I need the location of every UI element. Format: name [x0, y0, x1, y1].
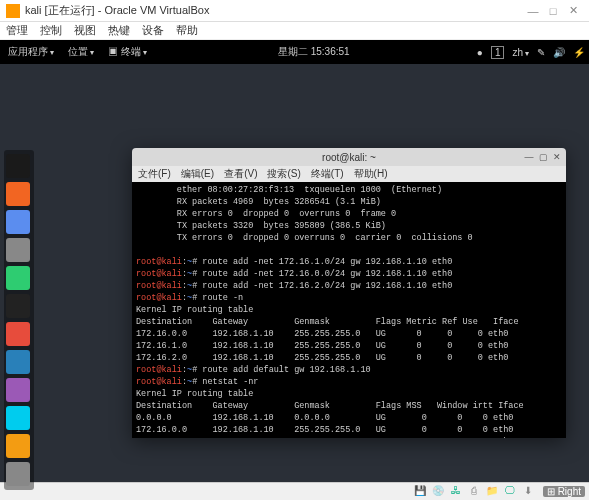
clock[interactable]: 星期二 15:36:51: [151, 45, 477, 59]
dock-item-5[interactable]: [6, 294, 30, 318]
terminal-menubar: 文件(F) 编辑(E) 查看(V) 搜索(S) 终端(T) 帮助(H): [132, 166, 566, 182]
virtualbox-icon: [6, 4, 20, 18]
vb-menu-control[interactable]: 控制: [40, 23, 62, 38]
minimize-button[interactable]: —: [523, 5, 543, 17]
guest-desktop: 应用程序 位置 ▣ 终端 星期二 15:36:51 ● 1 zh ✎ 🔊 ⚡ r…: [0, 40, 589, 482]
virtualbox-titlebar: kali [正在运行] - Oracle VM VirtualBox — □ ✕: [0, 0, 589, 22]
dock-item-11[interactable]: [6, 462, 30, 486]
status-shared-icon[interactable]: 📁: [485, 485, 499, 499]
status-usb-icon[interactable]: ⎙: [467, 485, 481, 499]
vb-menu-view[interactable]: 视图: [74, 23, 96, 38]
term-close-button[interactable]: ✕: [552, 152, 562, 162]
close-button[interactable]: ✕: [563, 4, 583, 17]
vb-menu-devices[interactable]: 设备: [142, 23, 164, 38]
maximize-button[interactable]: □: [543, 5, 563, 17]
term-maximize-button[interactable]: ▢: [538, 152, 548, 162]
sound-icon[interactable]: 🔊: [553, 47, 565, 58]
record-icon[interactable]: ●: [477, 47, 483, 58]
dock-item-6[interactable]: [6, 322, 30, 346]
term-menu-terminal[interactable]: 终端(T): [311, 167, 344, 181]
status-optical-icon[interactable]: 💿: [431, 485, 445, 499]
virtualbox-menubar: 管理 控制 视图 热键 设备 帮助: [0, 22, 589, 40]
dock-item-2[interactable]: [6, 210, 30, 234]
host-key-label: Right: [558, 486, 581, 497]
host-key-indicator[interactable]: ⊞ Right: [543, 486, 585, 497]
input-method[interactable]: zh: [512, 47, 529, 58]
term-menu-file[interactable]: 文件(F): [138, 167, 171, 181]
dock-item-1[interactable]: [6, 182, 30, 206]
terminal-title: root@kali: ~: [322, 152, 376, 163]
dock-item-9[interactable]: [6, 406, 30, 430]
vb-menu-hotkeys[interactable]: 热键: [108, 23, 130, 38]
terminal-titlebar[interactable]: root@kali: ~ — ▢ ✕: [132, 148, 566, 166]
workspace-badge[interactable]: 1: [491, 46, 505, 59]
term-menu-view[interactable]: 查看(V): [224, 167, 257, 181]
dock-item-4[interactable]: [6, 266, 30, 290]
places-menu[interactable]: 位置: [64, 44, 98, 60]
term-minimize-button[interactable]: —: [524, 152, 534, 162]
term-menu-help[interactable]: 帮助(H): [354, 167, 388, 181]
dock: [4, 150, 34, 490]
guest-top-panel: 应用程序 位置 ▣ 终端 星期二 15:36:51 ● 1 zh ✎ 🔊 ⚡: [0, 40, 589, 64]
dock-item-8[interactable]: [6, 378, 30, 402]
battery-icon[interactable]: ⚡: [573, 47, 585, 58]
terminal-window: root@kali: ~ — ▢ ✕ 文件(F) 编辑(E) 查看(V) 搜索(…: [132, 148, 566, 438]
dock-item-0[interactable]: [6, 154, 30, 178]
virtualbox-statusbar: 💾 💿 🖧 ⎙ 📁 🖵 ⬇ ⊞ Right: [0, 482, 589, 500]
status-network-icon[interactable]: 🖧: [449, 485, 463, 499]
vb-menu-manage[interactable]: 管理: [6, 23, 28, 38]
terminal-launcher[interactable]: ▣ 终端: [104, 44, 151, 60]
status-capture-icon[interactable]: ⬇: [521, 485, 535, 499]
status-disk-icon[interactable]: 💾: [413, 485, 427, 499]
terminal-output[interactable]: ether 08:00:27:28:f3:13 txqueuelen 1000 …: [132, 182, 566, 438]
terminal-launcher-label: 终端: [121, 46, 141, 57]
status-display-icon[interactable]: 🖵: [503, 485, 517, 499]
term-menu-edit[interactable]: 编辑(E): [181, 167, 214, 181]
applications-menu[interactable]: 应用程序: [4, 44, 58, 60]
window-title: kali [正在运行] - Oracle VM VirtualBox: [25, 3, 523, 18]
dock-item-7[interactable]: [6, 350, 30, 374]
dock-item-3[interactable]: [6, 238, 30, 262]
term-menu-search[interactable]: 搜索(S): [267, 167, 300, 181]
dock-item-10[interactable]: [6, 434, 30, 458]
vb-menu-help[interactable]: 帮助: [176, 23, 198, 38]
tools-icon[interactable]: ✎: [537, 47, 545, 58]
